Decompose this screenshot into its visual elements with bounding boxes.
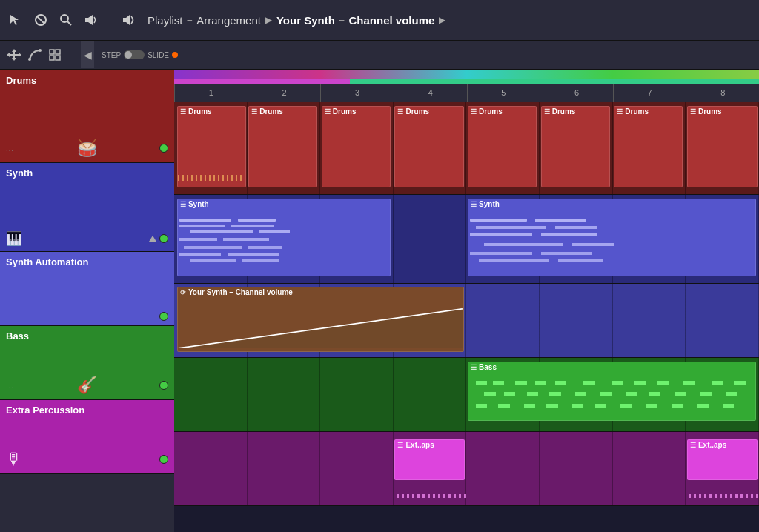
svg-marker-6 [123, 15, 130, 25]
svg-marker-12 [19, 53, 21, 57]
breadcrumb-playlist[interactable]: Playlist [148, 14, 183, 27]
track-label-drums[interactable]: Drums ... 🥁 [0, 70, 174, 163]
drums-pattern-8[interactable]: ☰Drums [687, 106, 758, 187]
drums-pattern-7[interactable]: ☰Drums [614, 106, 683, 187]
cursor-icon[interactable] [6, 10, 25, 30]
extra-perc-active-dot[interactable] [159, 455, 168, 464]
drums-dots: ... [6, 144, 14, 153]
breadcrumb-arrow1: ▶ [265, 15, 272, 25]
drums-pattern-2[interactable]: ☰Drums [248, 106, 317, 187]
bass-track-bottom: ... 🎸 [6, 376, 168, 395]
extra-perc-icon: 🎙 [6, 450, 22, 469]
volume-icon[interactable] [82, 10, 101, 30]
breadcrumb-sep2: – [339, 15, 345, 25]
drums-track-bottom: ... 🥁 [6, 139, 168, 158]
svg-rect-18 [56, 56, 60, 60]
svg-marker-9 [12, 49, 16, 52]
extra-perc-pattern-1[interactable]: ☰Ext..aps [394, 439, 465, 480]
svg-point-14 [39, 49, 42, 52]
svg-point-3 [61, 15, 68, 22]
breadcrumb-your-synth[interactable]: Your Synth [276, 14, 335, 27]
synth-active-dot[interactable] [159, 234, 168, 243]
slide-dot [172, 52, 178, 58]
bass-dots: ... [6, 382, 14, 390]
track-label-bass[interactable]: Bass ... 🎸 [0, 326, 174, 400]
track-row-drums: ☰Drums ☰Drums ☰Drums ☰Drums ☰Drums ☰Drum… [174, 102, 759, 195]
step-toggle[interactable] [124, 50, 145, 59]
ruler-mark-1: 1 [174, 84, 248, 102]
extra-perc-grid [174, 432, 759, 505]
toolbar-sep-1 [110, 10, 110, 30]
step-slide-toggle: STEP SLIDE [102, 50, 178, 59]
bass-active-dot[interactable] [159, 381, 168, 390]
bass-track-name: Bass [6, 330, 168, 342]
track-row-synth-auto: ⟳ Your Synth – Channel volume [174, 284, 759, 358]
svg-rect-15 [50, 50, 54, 54]
ruler-mark-3: 3 [320, 84, 394, 102]
tracks-content: ☰Drums ☰Drums ☰Drums ☰Drums ☰Drums ☰Drum… [174, 102, 759, 532]
ruler-mark-6: 6 [540, 84, 613, 102]
circle-icon[interactable] [31, 10, 50, 30]
ctrl-sep-1 [70, 47, 70, 63]
extra-perc-track-name: Extra Percussion [6, 405, 168, 416]
synth-pattern-2[interactable]: ☰Synth [468, 199, 756, 276]
grid-tool-icon[interactable] [47, 47, 64, 63]
track-label-synth[interactable]: Synth 🎹 [0, 163, 174, 252]
breadcrumb: Playlist – Arrangement ▶ Your Synth – Ch… [148, 14, 445, 27]
ruler-mark-7: 7 [613, 84, 686, 102]
svg-rect-16 [56, 50, 60, 54]
synth-up-arrow[interactable] [149, 236, 156, 242]
svg-line-2 [37, 16, 44, 24]
track-area: 1 2 3 4 5 6 7 8 ☰Drums [174, 70, 759, 532]
svg-point-13 [28, 58, 31, 61]
ruler-mark-2: 2 [248, 84, 321, 102]
svg-marker-11 [7, 53, 10, 57]
track-label-synth-auto[interactable]: Synth Automation [0, 252, 174, 326]
slide-label: SLIDE [148, 51, 169, 59]
auto-label: Your Synth – Channel volume [188, 288, 293, 296]
synth-pattern-1[interactable]: ☰Synth [177, 199, 391, 276]
drums-pattern-5[interactable]: ☰Drums [468, 106, 537, 187]
track-labels: Drums ... 🥁 Synth 🎹 Synth Automation [0, 70, 174, 532]
main-area: Drums ... 🥁 Synth 🎹 Synth Automation [0, 70, 759, 532]
toolbar: Playlist – Arrangement ▶ Your Synth – Ch… [0, 0, 759, 41]
move-tool-icon[interactable] [6, 47, 22, 63]
breadcrumb-channel-volume[interactable]: Channel volume [349, 14, 435, 27]
timeline-ruler: 1 2 3 4 5 6 7 8 [174, 84, 759, 102]
magnify-icon[interactable] [56, 10, 76, 30]
auto-pattern[interactable]: ⟳ Your Synth – Channel volume [177, 287, 464, 352]
breadcrumb-arrow2: ▶ [439, 15, 445, 25]
bass-pattern[interactable]: ☰Bass [468, 362, 756, 421]
synth-icon: 🎹 [6, 230, 22, 247]
synth-auto-track-bottom [6, 312, 168, 321]
nav-arrow-left[interactable]: ◀ [81, 41, 94, 68]
drums-icon: 🥁 [77, 139, 97, 158]
drums-pattern-4[interactable]: ☰Drums [394, 106, 463, 187]
drums-pattern-3[interactable]: ☰Drums [322, 106, 391, 187]
drums-pattern-6[interactable]: ☰Drums [541, 106, 610, 187]
synth-track-bottom: 🎹 [6, 230, 168, 247]
synth-auto-active-dot[interactable] [159, 312, 168, 321]
curve-tool-icon[interactable] [27, 47, 43, 63]
bass-icon: 🎸 [77, 376, 97, 395]
track-row-bass: ☰Bass [174, 358, 759, 432]
extra-perc-pattern-2[interactable]: ☰Ext..aps [687, 439, 758, 480]
track-label-extra-perc[interactable]: Extra Percussion 🎙 [0, 400, 174, 474]
breadcrumb-arrangement[interactable]: Arrangement [196, 14, 261, 27]
speaker-icon[interactable] [119, 10, 139, 30]
playlist-controls: ◀ STEP SLIDE [0, 41, 759, 70]
svg-line-4 [67, 21, 71, 25]
track-row-synth: ☰Synth [174, 195, 759, 284]
synth-auto-track-name: Synth Automation [6, 256, 168, 267]
svg-marker-10 [12, 58, 16, 61]
drums-track-name: Drums [6, 75, 168, 86]
drums-active-dot[interactable] [159, 144, 168, 153]
drums-pattern-1[interactable]: ☰Drums [177, 106, 246, 187]
svg-rect-17 [50, 56, 54, 60]
breadcrumb-sep1: – [188, 15, 193, 25]
ruler-mark-5: 5 [467, 84, 540, 102]
svg-marker-0 [10, 15, 19, 25]
step-label: STEP [102, 51, 121, 59]
track-row-extra-perc: ☰Ext..aps ☰Ext..aps [174, 432, 759, 506]
extra-perc-track-bottom: 🎙 [6, 450, 168, 469]
